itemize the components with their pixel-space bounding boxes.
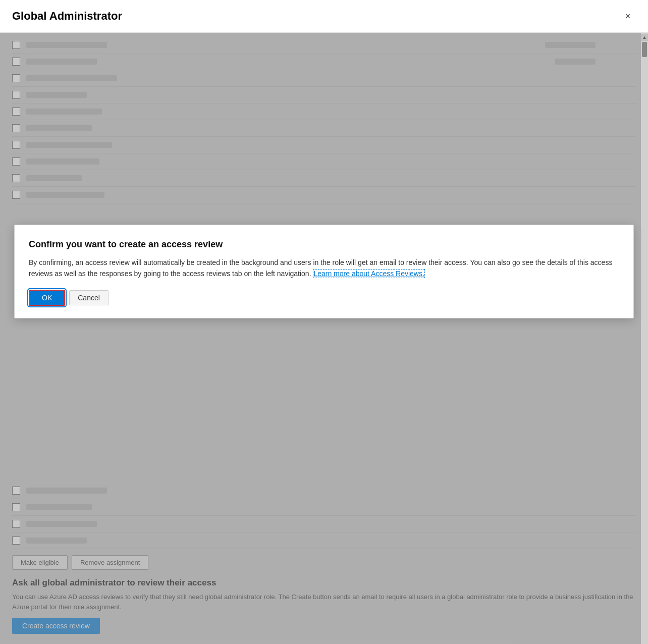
modal-overlay <box>0 33 641 644</box>
scroll-up-arrow[interactable]: ▲ <box>641 34 648 41</box>
cancel-button[interactable]: Cancel <box>69 290 109 305</box>
close-button[interactable]: × <box>620 8 636 24</box>
dialog-body: By confirming, an access review will aut… <box>29 257 619 280</box>
panel-header: Global Administrator × <box>0 0 648 33</box>
panel-title: Global Administrator <box>12 10 122 23</box>
learn-more-link[interactable]: Learn more about Access Reviews. <box>313 269 424 278</box>
scroll-thumb[interactable] <box>642 42 647 57</box>
ok-button[interactable]: OK <box>29 290 65 306</box>
confirm-dialog: Confirm you want to create an access rev… <box>14 225 634 318</box>
scrollbar[interactable]: ▲ <box>641 33 648 644</box>
main-panel: Global Administrator × <box>0 0 648 644</box>
content-area: Make eligible Remove assignment Ask all … <box>0 33 648 644</box>
dialog-actions: OK Cancel <box>29 290 619 306</box>
dialog-title: Confirm you want to create an access rev… <box>29 239 619 250</box>
